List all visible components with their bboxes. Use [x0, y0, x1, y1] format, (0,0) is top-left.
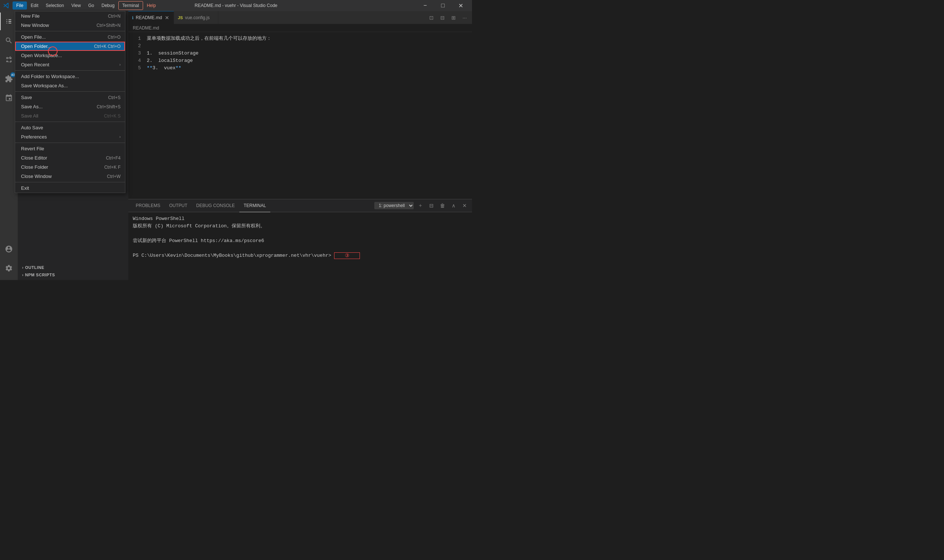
- terminal-content[interactable]: Windows PowerShell 版权所有 (C) Microsoft Co…: [128, 212, 472, 280]
- open-recent-arrow: ›: [119, 63, 120, 67]
- terminal-shell-selector[interactable]: 1: powershell: [374, 202, 414, 209]
- new-window-label: New Window: [21, 23, 49, 28]
- line-number-2: 2: [128, 42, 147, 50]
- menu-item-close-editor[interactable]: Close Editor Ctrl+F4: [15, 153, 125, 163]
- menu-terminal[interactable]: Terminal: [118, 1, 143, 10]
- preferences-label: Preferences: [21, 134, 47, 140]
- menu-item-exit[interactable]: Exit: [15, 183, 125, 193]
- menu-item-save-workspace[interactable]: Save Workspace As...: [15, 81, 125, 90]
- menu-item-close-window[interactable]: Close Window Ctrl+W: [15, 172, 125, 181]
- terminal-split-button[interactable]: ⊟: [427, 201, 436, 210]
- menu-go[interactable]: Go: [85, 2, 98, 9]
- menu-item-open-recent[interactable]: Open Recent ›: [15, 60, 125, 69]
- menu-item-save[interactable]: Save Ctrl+S: [15, 93, 125, 102]
- editor-area: ℹ README.md ✕ JS vue.config.js ⊡ ⊟ ⊞ ···…: [128, 11, 472, 280]
- breadcrumb-readme[interactable]: README.md: [133, 25, 159, 31]
- npmscripts-label: NPM SCRIPTS: [25, 272, 55, 277]
- minimize-button[interactable]: −: [417, 0, 433, 11]
- terminal-line-3: [133, 230, 467, 237]
- line-number-1: 1: [128, 35, 147, 42]
- save-label: Save: [21, 95, 32, 100]
- close-window-label: Close Window: [21, 174, 52, 179]
- terminal-area: PROBLEMS OUTPUT DEBUG CONSOLE TERMINAL 1…: [128, 199, 472, 280]
- menu-item-preferences[interactable]: Preferences ›: [15, 132, 125, 142]
- menu-item-close-folder[interactable]: Close Folder Ctrl+K F: [15, 163, 125, 172]
- breadcrumb: README.md: [128, 24, 472, 32]
- editor-content[interactable]: 1 菜单项数据加载成功之后，在前端有几个可以存放的地方： 2 3 1. sess…: [128, 32, 472, 199]
- preferences-arrow: ›: [119, 135, 120, 139]
- terminal-tabs: PROBLEMS OUTPUT DEBUG CONSOLE TERMINAL 1…: [128, 199, 472, 212]
- close-folder-shortcut: Ctrl+K F: [104, 165, 120, 170]
- separator-4: [15, 122, 125, 122]
- line-content-2: [147, 42, 156, 50]
- menu-debug[interactable]: Debug: [98, 2, 118, 9]
- menu-file[interactable]: File: [12, 2, 27, 9]
- activity-account[interactable]: [0, 240, 18, 258]
- close-editor-label: Close Editor: [21, 155, 47, 161]
- terminal-add-button[interactable]: ＋: [416, 201, 425, 210]
- editor-line-3: 3 1. sessionStorage: [128, 50, 472, 57]
- toggle-layout-button[interactable]: ⊟: [438, 13, 447, 22]
- menu-item-revert[interactable]: Revert File: [15, 144, 125, 153]
- new-file-label: New File: [21, 13, 40, 19]
- terminal-tab-problems[interactable]: PROBLEMS: [131, 199, 165, 212]
- vueconfigjs-tab-label: vue.config.js: [185, 15, 210, 20]
- menu-edit[interactable]: Edit: [27, 2, 42, 9]
- add-folder-label: Add Folder to Workspace...: [21, 74, 79, 79]
- close-button[interactable]: ✕: [452, 0, 469, 11]
- menu-item-open-file[interactable]: Open File... Ctrl+O: [15, 32, 125, 42]
- terminal-tab-debug[interactable]: DEBUG CONSOLE: [192, 199, 239, 212]
- menu-selection[interactable]: Selection: [42, 2, 68, 9]
- menu-item-add-folder[interactable]: Add Folder to Workspace...: [15, 72, 125, 81]
- menu-item-open-folder[interactable]: Open Folder... Ctrl+K Ctrl+O: [15, 42, 125, 51]
- line-number-5: 5: [128, 65, 147, 72]
- line-number-4: 4: [128, 57, 147, 65]
- close-window-shortcut: Ctrl+W: [107, 174, 120, 179]
- open-folder-shortcut: Ctrl+K Ctrl+O: [94, 44, 120, 49]
- terminal-chevron-up[interactable]: ∧: [449, 201, 458, 210]
- terminal-close-button[interactable]: ✕: [460, 201, 469, 210]
- tab-readme[interactable]: ℹ README.md ✕: [128, 11, 174, 24]
- readme-tab-close[interactable]: ✕: [164, 14, 170, 22]
- separator-3: [15, 91, 125, 92]
- new-window-shortcut: Ctrl+Shift+N: [97, 23, 120, 28]
- terminal-tabs-right: 1: powershell ＋ ⊟ 🗑 ∧ ✕: [374, 201, 469, 210]
- split-editor-button[interactable]: ⊡: [427, 13, 436, 22]
- sidebar-npmscripts-section[interactable]: › NPM SCRIPTS: [18, 271, 128, 278]
- menu-view[interactable]: View: [68, 2, 85, 9]
- save-as-label: Save As...: [21, 104, 43, 109]
- tab-bar-actions: ⊡ ⊟ ⊞ ···: [424, 11, 472, 24]
- close-editor-shortcut: Ctrl+F4: [106, 155, 120, 161]
- line-number-3: 3: [128, 50, 147, 57]
- editor-line-4: 4 2. localStorage: [128, 57, 472, 65]
- sidebar-outline-section[interactable]: › OUTLINE: [18, 264, 128, 271]
- separator-2: [15, 70, 125, 71]
- editor-line-5: 5 **3. vuex**: [128, 65, 472, 72]
- terminal-prompt-text: PS C:\Users\Kevin\Documents\MyBooks\gith…: [133, 252, 331, 259]
- menu-item-save-as[interactable]: Save As... Ctrl+Shift+S: [15, 102, 125, 111]
- terminal-delete-button[interactable]: 🗑: [438, 201, 447, 210]
- activity-settings[interactable]: [0, 259, 18, 277]
- menu-help[interactable]: Help: [143, 2, 160, 9]
- new-file-shortcut: Ctrl+N: [108, 14, 120, 19]
- title-bar-left: File Edit Selection View Go Debug Termin…: [3, 1, 160, 10]
- open-recent-label: Open Recent: [21, 62, 49, 68]
- editor-line-1: 1 菜单项数据加载成功之后，在前端有几个可以存放的地方：: [128, 35, 472, 42]
- separator-5: [15, 143, 125, 143]
- terminal-line-4: 尝试新的跨平台 PowerShell https://aka.ms/pscore…: [133, 237, 467, 245]
- menu-item-new-window[interactable]: New Window Ctrl+Shift+N: [15, 21, 125, 30]
- save-as-shortcut: Ctrl+Shift+S: [97, 104, 120, 109]
- editor-line-2: 2: [128, 42, 472, 50]
- editor-panel-button[interactable]: ⊞: [449, 13, 458, 22]
- terminal-tab-output[interactable]: OUTPUT: [165, 199, 192, 212]
- line-content-1: 菜单项数据加载成功之后，在前端有几个可以存放的地方：: [147, 35, 277, 42]
- tab-vueconfigjs[interactable]: JS vue.config.js: [174, 11, 218, 24]
- npmscripts-chevron-icon: ›: [22, 273, 23, 277]
- menu-item-auto-save[interactable]: Auto Save: [15, 123, 125, 132]
- menu-item-new-file[interactable]: New File Ctrl+N: [15, 11, 125, 21]
- more-actions-button[interactable]: ···: [460, 13, 469, 22]
- menu-item-open-workspace[interactable]: Open Workspace...: [15, 51, 125, 60]
- terminal-tab-terminal[interactable]: TERMINAL: [239, 199, 271, 212]
- outline-chevron-icon: ›: [22, 266, 23, 270]
- maximize-button[interactable]: □: [434, 0, 451, 11]
